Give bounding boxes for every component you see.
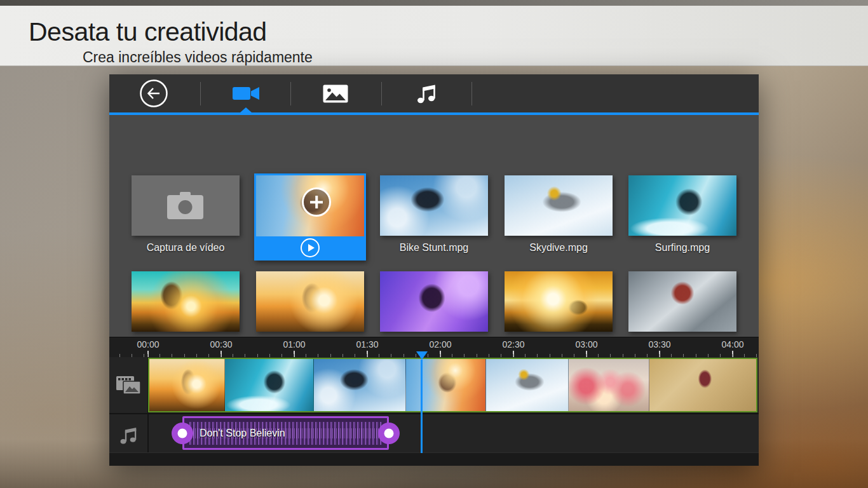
timeline-clip-skydive[interactable] xyxy=(486,359,569,411)
play-icon[interactable] xyxy=(301,238,320,257)
background-top-strip xyxy=(0,0,868,6)
ruler-time: 01:00 xyxy=(283,339,305,349)
hero-title: Desata tu creatividad xyxy=(29,17,267,47)
timeline-clip-fishing[interactable] xyxy=(149,359,225,411)
timeline-clip-bokeh-street[interactable] xyxy=(569,359,649,411)
video-editor-window: Captura de vídeo Bike Stunt.mpg Skydive.… xyxy=(109,74,759,466)
video-tile-sunset[interactable] xyxy=(505,271,613,332)
hero-banner: Desata tu creatividad Crea increíbles vi… xyxy=(0,6,868,66)
video-tile-fishing[interactable] xyxy=(256,271,364,332)
ruler-time: 00:00 xyxy=(137,339,159,349)
audio-track-icon xyxy=(118,425,139,445)
tile-label: Skydive.mpg xyxy=(505,242,613,256)
tab-photos[interactable] xyxy=(307,74,364,112)
capture-video-tile[interactable] xyxy=(132,175,240,236)
video-tile-dirt-bike[interactable] xyxy=(628,271,736,332)
audio-trim-handle-right[interactable] xyxy=(378,423,400,444)
selected-video-thumbnail xyxy=(256,175,364,236)
playhead-marker[interactable] xyxy=(416,351,428,360)
media-grid: Captura de vídeo Bike Stunt.mpg Skydive.… xyxy=(109,115,759,337)
video-tile-surfing[interactable] xyxy=(628,175,736,236)
timeline-footer xyxy=(109,452,759,466)
video-track-icon xyxy=(116,376,141,395)
video-tile-skydive[interactable] xyxy=(505,175,613,236)
audio-clip[interactable]: Don't Stop Believin xyxy=(182,416,389,450)
selected-tile-bar xyxy=(256,236,364,259)
audio-clip-title: Don't Stop Believin xyxy=(200,428,285,439)
ruler-time: 03:30 xyxy=(648,339,670,349)
toolbar-divider xyxy=(381,82,382,105)
tile-label: Captura de vídeo xyxy=(132,242,240,256)
tile-label: Bike Stunt.mpg xyxy=(380,242,488,256)
toolbar-divider xyxy=(471,82,472,105)
tab-videos[interactable] xyxy=(217,74,275,112)
timeline-ruler[interactable]: 00:00 00:30 01:00 01:30 02:00 02:30 03:0… xyxy=(109,337,759,357)
timeline-clip-surfing[interactable] xyxy=(225,359,314,411)
audio-trim-handle-left[interactable] xyxy=(172,423,193,444)
ruler-time: 04:00 xyxy=(721,339,743,349)
timeline-clip-vintage-bike[interactable] xyxy=(649,359,756,411)
video-tile-dj-remix[interactable] xyxy=(380,271,488,332)
video-track[interactable] xyxy=(148,358,757,412)
ruler-time: 02:00 xyxy=(429,339,451,349)
photos-icon xyxy=(323,85,348,103)
timeline-tracks: Don't Stop Believin xyxy=(109,357,759,452)
active-tab-notch xyxy=(240,107,252,112)
playhead[interactable] xyxy=(421,360,423,453)
hero-subtitle: Crea increíbles videos rápidamente xyxy=(83,49,313,66)
track-row-divider xyxy=(109,413,759,414)
timeline-clip-bike-stunt[interactable] xyxy=(314,359,406,411)
screen: Desata tu creatividad Crea increíbles vi… xyxy=(0,0,868,488)
camera-icon xyxy=(167,192,204,220)
video-track-header[interactable] xyxy=(109,366,147,404)
ruler-time: 00:30 xyxy=(210,339,232,349)
tile-label: Surfing.mpg xyxy=(628,242,736,256)
selected-video-tile[interactable] xyxy=(254,173,366,261)
toolbar-divider xyxy=(290,82,291,105)
audio-track-header[interactable] xyxy=(109,421,147,450)
ruler-time: 01:30 xyxy=(356,339,378,349)
ruler-time: 03:00 xyxy=(575,339,597,349)
back-button[interactable] xyxy=(125,74,182,112)
video-camera-icon xyxy=(232,84,260,103)
toolbar xyxy=(109,74,759,112)
tab-music[interactable] xyxy=(398,74,455,112)
timeline-clip-skateboard[interactable] xyxy=(406,359,486,411)
add-icon[interactable] xyxy=(302,187,331,217)
video-tile-my-bike[interactable] xyxy=(132,271,240,332)
music-note-icon xyxy=(415,82,438,105)
ruler-time: 02:30 xyxy=(502,339,524,349)
video-tile-bike-stunt[interactable] xyxy=(380,175,488,236)
toolbar-divider xyxy=(200,82,201,105)
back-arrow-icon xyxy=(139,79,168,108)
